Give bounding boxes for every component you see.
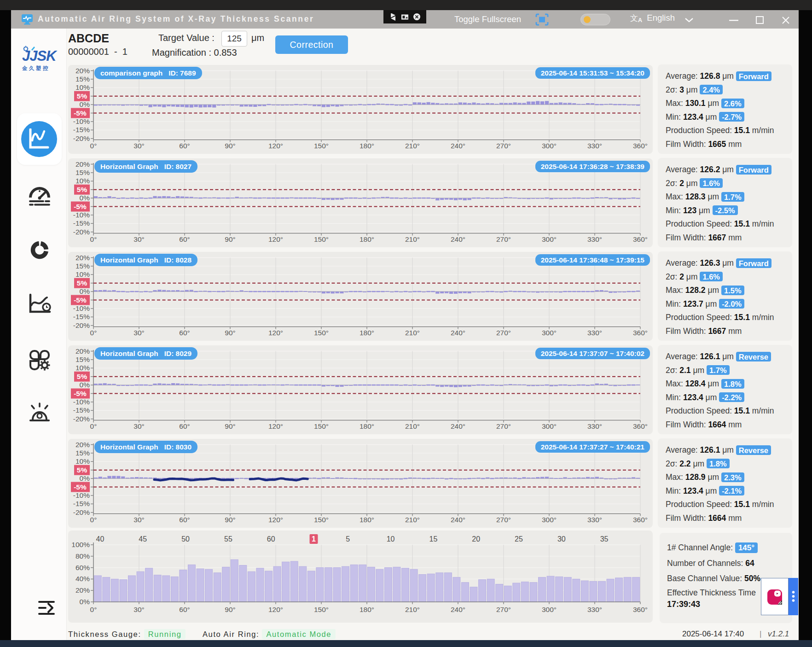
svg-text:150°: 150°: [314, 235, 329, 243]
svg-text:300°: 300°: [542, 516, 557, 524]
svg-text:0%: 0%: [80, 194, 90, 202]
svg-text:0°: 0°: [90, 606, 97, 613]
svg-text:-5%: -5%: [74, 109, 87, 117]
svg-text:20%: 20%: [75, 586, 90, 594]
svg-text:270°: 270°: [496, 516, 511, 524]
svg-text:240°: 240°: [451, 422, 465, 430]
svg-text:1: 1: [312, 535, 316, 543]
svg-text:10%: 10%: [75, 364, 90, 372]
svg-text:30°: 30°: [133, 422, 144, 430]
svg-text:100%: 100%: [71, 541, 90, 548]
svg-text:-5%: -5%: [74, 390, 87, 397]
svg-text:330°: 330°: [587, 606, 602, 613]
svg-text:150°: 150°: [314, 606, 329, 613]
svg-text:15%: 15%: [75, 75, 90, 83]
svg-text:150°: 150°: [314, 516, 329, 524]
svg-text:20%: 20%: [75, 441, 90, 449]
svg-text:-10%: -10%: [73, 398, 90, 406]
svg-text:10%: 10%: [75, 83, 90, 91]
svg-text:20: 20: [472, 535, 480, 543]
svg-text:360°: 360°: [633, 422, 648, 430]
svg-text:240°: 240°: [451, 235, 465, 243]
svg-text:5%: 5%: [77, 186, 87, 193]
svg-text:5%: 5%: [77, 92, 87, 100]
svg-text:35: 35: [600, 535, 609, 543]
svg-text:330°: 330°: [587, 422, 602, 430]
svg-text:25: 25: [515, 535, 523, 543]
svg-text:0%: 0%: [80, 287, 90, 295]
svg-text:360°: 360°: [633, 516, 648, 524]
svg-text:-20%: -20%: [73, 415, 90, 423]
svg-text:300°: 300°: [542, 422, 557, 430]
svg-text:330°: 330°: [587, 235, 602, 243]
svg-text:270°: 270°: [496, 606, 511, 613]
svg-text:20%: 20%: [75, 347, 90, 355]
svg-text:5%: 5%: [77, 373, 87, 380]
svg-text:0°: 0°: [90, 516, 97, 524]
svg-text:240°: 240°: [451, 329, 465, 337]
svg-text:50: 50: [181, 535, 190, 543]
svg-text:60°: 60°: [179, 422, 190, 430]
svg-text:180°: 180°: [360, 606, 374, 613]
svg-text:180°: 180°: [360, 516, 374, 524]
svg-text:10: 10: [387, 535, 395, 543]
svg-text:60%: 60%: [75, 564, 90, 571]
svg-text:0°: 0°: [90, 422, 97, 430]
svg-text:120°: 120°: [268, 142, 283, 150]
svg-text:0%: 0%: [80, 474, 90, 482]
svg-text:-10%: -10%: [73, 117, 90, 125]
svg-text:120°: 120°: [268, 516, 283, 524]
svg-text:30°: 30°: [133, 516, 144, 524]
svg-text:120°: 120°: [268, 329, 283, 337]
svg-text:60°: 60°: [179, 606, 190, 613]
svg-text:90°: 90°: [225, 329, 235, 337]
svg-text:60: 60: [267, 535, 275, 543]
svg-text:210°: 210°: [405, 235, 420, 243]
svg-text:40: 40: [96, 535, 104, 543]
svg-text:0%: 0%: [80, 100, 90, 108]
svg-text:60°: 60°: [179, 142, 190, 150]
svg-text:-10%: -10%: [73, 211, 90, 219]
svg-text:15%: 15%: [75, 169, 90, 176]
svg-text:-15%: -15%: [73, 219, 90, 227]
svg-text:0%: 0%: [80, 381, 90, 389]
svg-text:40%: 40%: [75, 575, 90, 583]
svg-text:360°: 360°: [633, 142, 648, 150]
svg-text:-20%: -20%: [73, 134, 90, 142]
svg-text:-20%: -20%: [73, 321, 90, 329]
svg-text:330°: 330°: [587, 516, 602, 524]
svg-text:240°: 240°: [451, 142, 465, 150]
svg-text:45: 45: [139, 535, 147, 543]
svg-text:210°: 210°: [405, 142, 420, 150]
svg-text:240°: 240°: [451, 516, 465, 524]
svg-text:10%: 10%: [75, 457, 90, 465]
svg-text:-15%: -15%: [73, 500, 90, 507]
svg-text:360°: 360°: [633, 329, 648, 337]
svg-text:5: 5: [346, 535, 350, 543]
svg-text:-15%: -15%: [73, 126, 90, 134]
svg-text:0°: 0°: [90, 329, 97, 337]
svg-text:180°: 180°: [360, 329, 374, 337]
svg-text:180°: 180°: [360, 422, 374, 430]
svg-text:-10%: -10%: [73, 304, 90, 312]
svg-text:-15%: -15%: [73, 406, 90, 414]
svg-text:120°: 120°: [268, 235, 283, 243]
svg-text:150°: 150°: [314, 422, 329, 430]
svg-text:20%: 20%: [75, 160, 90, 168]
svg-text:330°: 330°: [587, 329, 602, 337]
svg-text:0°: 0°: [90, 142, 97, 150]
svg-text:240°: 240°: [451, 606, 465, 613]
svg-text:210°: 210°: [405, 516, 420, 524]
svg-text:-5%: -5%: [74, 296, 87, 304]
svg-text:360°: 360°: [633, 235, 648, 243]
svg-text:120°: 120°: [268, 422, 283, 430]
svg-text:80%: 80%: [75, 552, 90, 560]
svg-text:210°: 210°: [405, 606, 420, 613]
svg-text:270°: 270°: [496, 329, 511, 337]
svg-text:150°: 150°: [314, 142, 329, 150]
svg-text:90°: 90°: [225, 235, 235, 243]
svg-text:300°: 300°: [542, 606, 557, 613]
svg-text:30°: 30°: [133, 606, 144, 613]
svg-text:30°: 30°: [133, 142, 144, 150]
svg-text:330°: 330°: [587, 142, 602, 150]
